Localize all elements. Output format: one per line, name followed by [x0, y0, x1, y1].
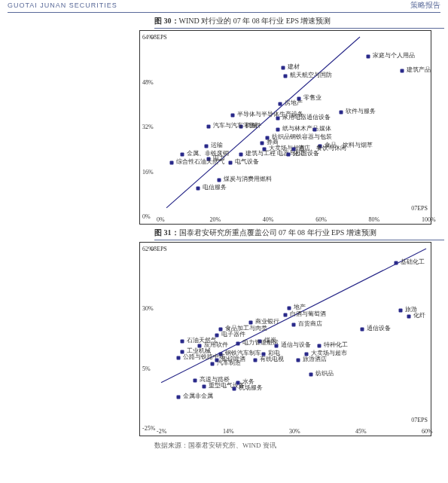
x-tick: 60%: [315, 216, 327, 223]
data-point: [284, 75, 288, 78]
data-point: [340, 111, 343, 115]
data-point: [401, 69, 404, 72]
data-label: 航天航空与国防: [290, 72, 332, 78]
data-label: 建筑产品: [407, 67, 431, 73]
data-point: [281, 66, 285, 69]
data-label: 白酒与葡萄酒: [290, 311, 326, 317]
data-point: [275, 344, 279, 347]
x-tick: 80%: [369, 216, 380, 223]
data-point: [232, 387, 236, 391]
y-tick: 32%: [142, 124, 154, 130]
x-tick: 40%: [263, 216, 274, 223]
data-point: [204, 145, 208, 148]
data-point: [239, 153, 242, 157]
data-label: 家用电器通信设备: [282, 115, 331, 121]
x-axis-label: 07EPS: [411, 417, 428, 423]
y-tick: 0%: [142, 213, 151, 220]
x-tick: 100%: [422, 216, 436, 223]
data-point: [176, 395, 180, 399]
data-point: [398, 309, 402, 313]
data-label: 化纤: [413, 313, 425, 319]
chart-title: 图 31：国泰君安研究所重点覆盖公司 07 年 08 年行业 EPS 增速预测: [154, 228, 444, 240]
data-point: [181, 340, 184, 344]
data-label: 电子器件: [221, 332, 245, 338]
x-tick: 45%: [355, 428, 367, 435]
data-point: [211, 362, 215, 366]
data-point: [197, 186, 200, 190]
data-label: 电力管道船运: [242, 340, 279, 346]
data-point: [296, 358, 300, 362]
scatter-chart: 08EPS0%16%32%48%64%07EPS0%20%40%60%80%10…: [139, 30, 431, 225]
data-label: 媒体: [319, 126, 331, 132]
data-label: 旅游酒店: [303, 356, 327, 362]
data-label: 零售业: [303, 95, 322, 101]
data-source: 数据来源：国泰君安研究所、WIND 资讯: [128, 441, 440, 451]
x-tick: -2%: [157, 428, 166, 435]
y-tick: 48%: [142, 79, 154, 86]
data-label: 特种化工: [324, 342, 348, 348]
data-label: 纺织品钢铁容器与包装: [272, 134, 332, 140]
data-label: 化工: [293, 151, 305, 157]
data-label: 基础化工: [401, 259, 425, 265]
data-label: 汽车与汽车零部件: [213, 123, 261, 129]
data-label: 运输: [211, 142, 223, 148]
page-header: GUOTAI JUNAN SECURITIES 策略报告: [0, 0, 448, 12]
data-point: [202, 385, 206, 389]
data-point: [218, 178, 221, 182]
data-label: 电气设备: [235, 159, 259, 165]
data-point: [283, 313, 287, 316]
data-point: [176, 356, 180, 359]
x-tick: 0%: [157, 216, 165, 223]
x-tick: 30%: [289, 428, 300, 435]
data-label: 煤炭与消费用燃料: [224, 176, 272, 182]
chart-block-0: 图 30：WIND 对行业的 07 年 08 年行业 EPS 增速预测08EPS…: [128, 16, 440, 225]
x-axis-label: 07EPS: [411, 205, 428, 212]
data-label: 金属非金属: [183, 393, 213, 399]
data-point: [318, 344, 322, 347]
y-tick: 64%: [142, 34, 154, 41]
data-label: 汽车制造: [217, 360, 241, 366]
data-point: [170, 161, 174, 165]
x-tick: 14%: [223, 428, 234, 435]
data-label: 房地产: [285, 100, 303, 106]
svg-line-0: [166, 37, 360, 208]
chart-block-1: 图 31：国泰君安研究所重点覆盖公司 07 年 08 年行业 EPS 增速预测0…: [128, 228, 440, 436]
data-label: 百货商店: [298, 321, 322, 327]
chart-title: 图 30：WIND 对行业的 07 年 08 年行业 EPS 增速预测: [154, 16, 444, 29]
brand-name: GUOTAI JUNAN SECURITIES: [8, 2, 117, 9]
data-point: [231, 114, 235, 118]
data-label: 通信与设备: [281, 342, 311, 348]
data-point: [309, 372, 312, 376]
data-label: 家庭与个人用品: [373, 53, 415, 59]
data-point: [194, 379, 197, 383]
data-point: [407, 315, 411, 319]
data-label: 软件与服务: [346, 109, 376, 115]
data-label: 建筑与工程 电器与外围设备: [245, 151, 319, 157]
data-point: [207, 125, 211, 129]
data-point: [286, 153, 290, 157]
data-label: 建材: [288, 64, 300, 70]
data-label: 有线电视: [260, 356, 284, 362]
data-point: [360, 327, 364, 331]
data-point: [292, 323, 296, 327]
data-label: 电信服务: [203, 185, 227, 191]
data-label: 纺织品: [315, 371, 334, 377]
header-rule: [8, 12, 440, 13]
x-tick: 60%: [422, 428, 433, 435]
data-point: [236, 341, 240, 345]
y-tick: -25%: [142, 425, 155, 432]
x-tick: 20%: [209, 216, 221, 223]
data-point: [366, 55, 370, 59]
data-point: [181, 153, 184, 157]
data-label: 通信设备: [367, 326, 391, 332]
doc-type: 策略报告: [410, 0, 440, 11]
data-point: [279, 102, 282, 106]
data-point: [276, 116, 279, 120]
data-point: [276, 127, 279, 131]
data-point: [228, 161, 232, 165]
data-point: [313, 127, 317, 131]
data-point: [260, 142, 264, 145]
data-label: 机场服务: [239, 385, 263, 391]
y-tick: 5%: [142, 365, 151, 372]
scatter-chart: 08EPS-25%5%30%62%07EPS-2%14%30%45%60%基础化…: [139, 242, 431, 436]
